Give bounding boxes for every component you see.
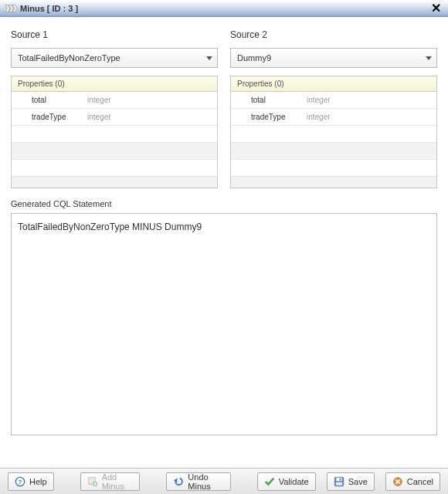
check-icon — [264, 476, 275, 487]
property-row-empty: .. — [12, 143, 217, 160]
property-type: integer — [87, 96, 111, 104]
undo-minus-label: Undo Minus — [188, 472, 223, 491]
source-2-selected: Dummy9 — [237, 53, 421, 63]
source-1-column: Source 1 TotalFailedByNonZeroType Proper… — [11, 29, 218, 188]
undo-minus-button[interactable]: Undo Minus — [166, 472, 230, 491]
save-button[interactable]: Save — [327, 472, 375, 491]
property-name: total — [251, 96, 307, 104]
source-2-properties-header: Properties (0) — [231, 76, 436, 92]
svg-rect-12 — [93, 483, 97, 484]
help-icon: ? — [15, 476, 25, 487]
property-row-empty: .. — [12, 177, 217, 188]
property-name: tradeType — [251, 113, 307, 121]
window-title: Minus [ ID : 3 ] — [20, 4, 78, 13]
property-row-empty: .. — [231, 143, 436, 160]
source-2-dropdown[interactable]: Dummy9 — [230, 48, 437, 68]
footer-toolbar: ? Help Add Minus Undo Minus Validate Sav… — [0, 468, 448, 494]
add-icon — [87, 476, 98, 487]
cancel-label: Cancel — [407, 477, 433, 486]
property-row-empty: .. — [12, 126, 217, 143]
svg-rect-17 — [336, 482, 342, 485]
source-1-label: Source 1 — [11, 29, 218, 40]
undo-icon — [173, 476, 184, 487]
cancel-button[interactable]: Cancel — [385, 472, 440, 491]
property-type: integer — [307, 96, 331, 104]
source-1-properties-header: Properties (0) — [12, 76, 217, 92]
save-icon — [334, 476, 344, 487]
source-2-column: Source 2 Dummy9 Properties (0) total int… — [230, 29, 437, 188]
validate-label: Validate — [279, 477, 309, 486]
property-name: total — [32, 96, 87, 104]
property-name: tradeType — [32, 113, 87, 121]
chevron-down-icon — [426, 56, 432, 60]
property-row: total integer — [12, 92, 217, 109]
property-row-empty: .. — [12, 160, 217, 177]
source-2-label: Source 2 — [230, 29, 437, 40]
property-row: tradeType integer — [12, 109, 217, 126]
property-row-empty: .. — [231, 160, 436, 177]
generated-cql-box[interactable]: TotalFailedByNonZeroType MINUS Dummy9 — [11, 213, 437, 435]
validate-button[interactable]: Validate — [257, 472, 316, 491]
svg-rect-16 — [339, 478, 341, 481]
svg-rect-15 — [336, 477, 341, 480]
add-minus-button: Add Minus — [80, 472, 141, 491]
property-type: integer — [307, 113, 331, 121]
generated-cql-text: TotalFailedByNonZeroType MINUS Dummy9 — [18, 222, 202, 232]
minus-dialog-icon — [5, 3, 17, 14]
property-row-empty: .. — [231, 177, 436, 188]
source-2-properties: Properties (0) total integer tradeType i… — [230, 76, 437, 188]
svg-text:?: ? — [19, 479, 22, 486]
close-icon[interactable]: ✕ — [429, 2, 443, 15]
titlebar: Minus [ ID : 3 ] ✕ — [0, 0, 448, 17]
property-row: total integer — [231, 92, 436, 109]
help-label: Help — [29, 477, 47, 486]
chevron-down-icon — [206, 56, 212, 60]
property-type: integer — [87, 113, 111, 121]
source-1-selected: TotalFailedByNonZeroType — [18, 53, 202, 63]
property-row-empty: .. — [231, 126, 436, 143]
property-row: tradeType integer — [231, 109, 436, 126]
generated-cql-label: Generated CQL Statement — [11, 199, 437, 208]
add-minus-label: Add Minus — [102, 472, 134, 491]
cancel-icon — [392, 476, 403, 487]
help-button[interactable]: ? Help — [8, 472, 54, 491]
save-label: Save — [348, 477, 368, 486]
source-1-properties: Properties (0) total integer tradeType i… — [11, 76, 218, 188]
source-1-dropdown[interactable]: TotalFailedByNonZeroType — [11, 48, 218, 68]
dialog-content: Source 1 TotalFailedByNonZeroType Proper… — [0, 17, 448, 442]
